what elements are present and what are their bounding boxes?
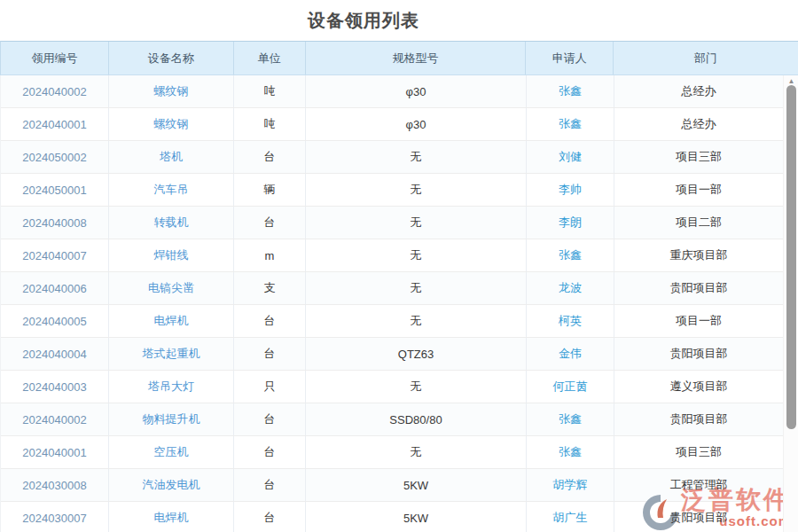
table-row[interactable]: 2024040004塔式起重机台QTZ63金伟贵阳项目部 — [1, 338, 784, 371]
cell-applicant[interactable]: 张鑫 — [527, 239, 614, 271]
cell-applicant-text[interactable]: 金伟 — [559, 346, 582, 362]
table-row[interactable]: 2024040007焊钳线m无张鑫重庆项目部 — [1, 239, 784, 272]
cell-applicant[interactable]: 李帅 — [527, 174, 614, 206]
cell-applicant-text[interactable]: 李朗 — [559, 215, 582, 231]
cell-applicant[interactable]: 刘健 — [527, 141, 614, 173]
cell-equipment-name-text[interactable]: 电镐尖凿 — [148, 280, 194, 296]
cell-requisition-id[interactable]: 2024040003 — [1, 371, 109, 403]
scrollbar-thumb[interactable] — [786, 85, 796, 429]
table-row[interactable]: 2024030008汽油发电机台5KW胡学辉工程管理部 — [1, 469, 784, 502]
cell-equipment-name-text[interactable]: 电焊机 — [154, 313, 189, 329]
cell-applicant-text[interactable]: 龙波 — [559, 280, 582, 296]
table-row[interactable]: 2024040006电镐尖凿支无龙波贵阳项目部 — [1, 272, 784, 305]
cell-requisition-id-text[interactable]: 2024040005 — [22, 315, 86, 328]
cell-requisition-id-text[interactable]: 2024040002 — [22, 85, 86, 98]
cell-requisition-id-text[interactable]: 2024050001 — [22, 184, 86, 197]
cell-applicant[interactable]: 龙波 — [527, 272, 614, 304]
cell-equipment-name-text[interactable]: 电焊机 — [154, 510, 189, 526]
cell-requisition-id[interactable]: 2024050001 — [1, 174, 109, 206]
cell-requisition-id-text[interactable]: 2024040001 — [22, 118, 86, 131]
cell-requisition-id-text[interactable]: 2024040004 — [22, 348, 86, 361]
cell-requisition-id-text[interactable]: 2024040006 — [22, 282, 86, 295]
cell-equipment-name[interactable]: 汽油发电机 — [109, 469, 234, 501]
cell-equipment-name[interactable]: 物料提升机 — [109, 403, 234, 435]
cell-equipment-name[interactable]: 螺纹钢 — [109, 108, 234, 140]
table-row[interactable]: 2024040001螺纹钢吨φ30张鑫总经办 — [1, 108, 784, 141]
cell-applicant-text[interactable]: 柯英 — [559, 313, 582, 329]
cell-applicant[interactable]: 张鑫 — [527, 403, 614, 435]
table-row[interactable]: 2024050002塔机台无刘健项目三部 — [1, 141, 784, 174]
cell-equipment-name-text[interactable]: 汽油发电机 — [143, 477, 200, 493]
table-row[interactable]: 2024040008转载机台无李朗项目二部 — [1, 207, 784, 239]
cell-equipment-name-text[interactable]: 塔机 — [160, 149, 183, 165]
column-header-department[interactable]: 部门 — [614, 42, 798, 74]
cell-applicant[interactable]: 胡学辉 — [527, 469, 614, 501]
cell-requisition-id-text[interactable]: 2024040002 — [22, 413, 86, 426]
cell-equipment-name-text[interactable]: 转载机 — [154, 215, 189, 231]
column-header-unit[interactable]: 单位 — [234, 42, 306, 74]
table-row[interactable]: 2024040002螺纹钢吨φ30张鑫总经办 — [1, 75, 784, 108]
cell-applicant[interactable]: 胡广生 — [527, 502, 614, 532]
cell-equipment-name-text[interactable]: 塔式起重机 — [143, 346, 200, 362]
cell-applicant-text[interactable]: 张鑫 — [559, 116, 582, 132]
cell-requisition-id[interactable]: 2024040006 — [1, 272, 109, 304]
table-row[interactable]: 2024040005电焊机台无柯英项目一部 — [1, 305, 784, 338]
cell-requisition-id[interactable]: 2024040002 — [1, 75, 109, 107]
table-row[interactable]: 2024030007电焊机台5KW胡广生贵阳项目部 — [1, 502, 784, 532]
cell-requisition-id-text[interactable]: 2024030007 — [22, 512, 86, 525]
cell-equipment-name[interactable]: 汽车吊 — [109, 174, 234, 206]
cell-equipment-name[interactable]: 焊钳线 — [109, 239, 234, 271]
cell-requisition-id[interactable]: 2024040001 — [1, 436, 109, 468]
cell-equipment-name-text[interactable]: 螺纹钢 — [154, 116, 189, 132]
table-row[interactable]: 2024040003塔吊大灯只无何正茵遵义项目部 — [1, 371, 784, 403]
cell-requisition-id-text[interactable]: 2024050002 — [22, 151, 86, 164]
column-header-requisition-id[interactable]: 领用编号 — [1, 42, 109, 74]
column-header-applicant[interactable]: 申请人 — [526, 42, 614, 74]
table-row[interactable]: 2024040002物料提升机台SSD80/80张鑫贵阳项目部 — [1, 403, 784, 436]
cell-applicant[interactable]: 柯英 — [527, 305, 614, 337]
cell-applicant[interactable]: 张鑫 — [527, 436, 614, 468]
cell-requisition-id[interactable]: 2024040002 — [1, 403, 109, 435]
cell-equipment-name-text[interactable]: 塔吊大灯 — [148, 379, 194, 395]
cell-equipment-name[interactable]: 塔机 — [109, 141, 234, 173]
cell-applicant[interactable]: 张鑫 — [527, 75, 614, 107]
cell-requisition-id[interactable]: 2024040008 — [1, 207, 109, 239]
cell-equipment-name[interactable]: 螺纹钢 — [109, 75, 234, 107]
cell-applicant-text[interactable]: 何正茵 — [553, 379, 588, 395]
cell-applicant-text[interactable]: 胡学辉 — [553, 477, 588, 493]
cell-equipment-name-text[interactable]: 汽车吊 — [154, 182, 189, 198]
cell-applicant[interactable]: 金伟 — [527, 338, 614, 370]
cell-equipment-name[interactable]: 转载机 — [109, 207, 234, 239]
cell-applicant-text[interactable]: 李帅 — [559, 182, 582, 198]
cell-requisition-id-text[interactable]: 2024040008 — [22, 216, 86, 230]
cell-requisition-id[interactable]: 2024040001 — [1, 108, 109, 140]
cell-equipment-name[interactable]: 塔吊大灯 — [109, 371, 234, 403]
cell-applicant-text[interactable]: 刘健 — [559, 149, 582, 165]
cell-applicant[interactable]: 张鑫 — [527, 108, 614, 140]
column-header-spec-model[interactable]: 规格型号 — [306, 42, 527, 74]
cell-requisition-id[interactable]: 2024040004 — [1, 338, 109, 370]
cell-equipment-name[interactable]: 电焊机 — [109, 305, 234, 337]
cell-equipment-name-text[interactable]: 焊钳线 — [154, 247, 189, 263]
cell-requisition-id[interactable]: 2024030008 — [1, 469, 109, 501]
cell-requisition-id[interactable]: 2024040005 — [1, 305, 109, 337]
column-header-equipment-name[interactable]: 设备名称 — [109, 42, 234, 74]
cell-applicant[interactable]: 李朗 — [527, 207, 614, 239]
cell-requisition-id-text[interactable]: 2024040003 — [22, 380, 86, 394]
cell-requisition-id[interactable]: 2024030007 — [1, 502, 109, 532]
cell-equipment-name[interactable]: 电焊机 — [109, 502, 234, 532]
cell-equipment-name[interactable]: 塔式起重机 — [109, 338, 234, 370]
cell-applicant-text[interactable]: 胡广生 — [553, 510, 588, 526]
cell-applicant-text[interactable]: 张鑫 — [559, 247, 582, 263]
cell-applicant-text[interactable]: 张鑫 — [559, 411, 582, 427]
table-row[interactable]: 2024040001空压机台无张鑫项目三部 — [1, 436, 784, 469]
cell-equipment-name-text[interactable]: 空压机 — [154, 444, 189, 460]
cell-requisition-id[interactable]: 2024040007 — [1, 239, 109, 271]
cell-requisition-id-text[interactable]: 2024040001 — [22, 446, 86, 459]
cell-requisition-id-text[interactable]: 2024040007 — [22, 249, 86, 262]
cell-equipment-name[interactable]: 电镐尖凿 — [109, 272, 234, 304]
table-row[interactable]: 2024050001汽车吊辆无李帅项目一部 — [1, 174, 784, 207]
cell-equipment-name[interactable]: 空压机 — [109, 436, 234, 468]
cell-applicant-text[interactable]: 张鑫 — [559, 444, 582, 460]
cell-requisition-id[interactable]: 2024050002 — [1, 141, 109, 173]
